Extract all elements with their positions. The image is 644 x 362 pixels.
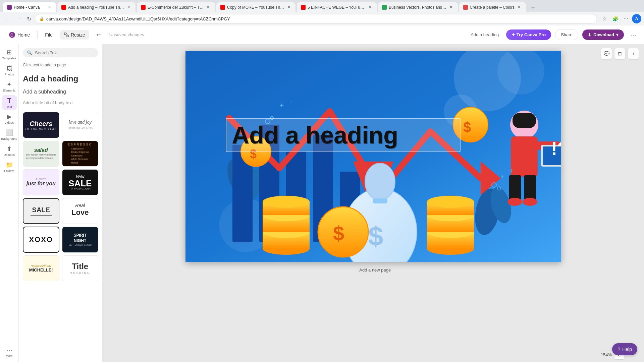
file-button[interactable]: File	[42, 30, 56, 40]
add-new-page-button[interactable]: + Add a new page	[352, 266, 395, 274]
undo-button[interactable]: ↩	[93, 29, 104, 40]
expand-button[interactable]: +	[628, 48, 639, 59]
sidebar-item-more[interactable]: ⋯ More	[2, 345, 17, 359]
canvas-heading-text: Add a heading	[232, 121, 454, 149]
template-love-joy-text: love and joyFROM THE MILLONS	[67, 120, 93, 130]
template-real-love[interactable]: Real Love ───────	[62, 198, 99, 224]
template-spirit-night[interactable]: SPIRIT NIGHT SEPTEMBER 2, 2018	[62, 227, 99, 253]
tab-close[interactable]: ✕	[126, 5, 131, 10]
svg-point-23	[365, 163, 395, 200]
new-tab-button[interactable]: +	[528, 3, 538, 12]
template-sale-divider	[31, 215, 52, 216]
tab-business-vectors[interactable]: Business Vectors, Photos and… ✕	[378, 2, 458, 12]
folders-icon: 📁	[6, 161, 13, 169]
text-panel: 🔍 Click text to add to page Add a headin…	[19, 44, 103, 362]
template-real-text: Real	[75, 203, 85, 208]
tab-copy-more[interactable]: Copy of MORE – YouTube Th… ✕	[216, 2, 296, 12]
copy-button[interactable]: ⊡	[614, 48, 625, 59]
sidebar-item-elements[interactable]: ✦ Elements	[2, 79, 17, 94]
resize-label: Resize	[71, 32, 85, 38]
tab-close[interactable]: ✕	[517, 5, 522, 10]
add-heading-nav-button[interactable]: Add a heading	[467, 30, 502, 39]
add-subheading-button[interactable]: Add a subheading	[23, 87, 98, 96]
extensions-icon[interactable]: 🧩	[610, 14, 620, 23]
bookmark-icon[interactable]: ☆	[600, 14, 609, 23]
svg-rect-3	[67, 35, 68, 37]
unsaved-changes-text: Unsaved changes	[109, 32, 144, 37]
template-michelle-text: MICHELLE!	[29, 267, 53, 273]
sidebar-item-videos[interactable]: ▶ Videos	[2, 111, 17, 126]
sidebar-item-photos[interactable]: 🖼 Photos	[2, 63, 17, 78]
templates-label: Templates	[2, 57, 16, 60]
sidebar-item-background[interactable]: ⬜ Background	[2, 127, 17, 142]
template-cheers[interactable]: Cheers TO THE NEW YEAR	[23, 112, 59, 138]
tab-coolors[interactable]: Create a palette – Colors ✕	[459, 2, 526, 12]
file-label: File	[45, 32, 53, 38]
svg-point-33	[318, 207, 368, 257]
nav-divider	[37, 31, 38, 39]
tab-favicon	[382, 5, 387, 10]
tab-close[interactable]: ✕	[367, 5, 373, 10]
text-templates-grid: Cheers TO THE NEW YEAR love and joyFROM …	[19, 109, 102, 284]
template-sale-badge[interactable]: SALE	[23, 198, 59, 224]
canvas-frame[interactable]: $ $	[185, 51, 561, 262]
svg-rect-17	[286, 152, 306, 242]
tab-home-canva[interactable]: Home - Canva ✕	[3, 2, 56, 12]
more-options-button[interactable]: ⋯	[628, 29, 639, 40]
search-input[interactable]	[35, 50, 94, 55]
template-salad-body: best food of many categorieslorem ipsum …	[26, 153, 56, 160]
svg-text:!?: !?	[551, 138, 561, 159]
click-to-add-text: Click text to add to page	[19, 61, 102, 70]
uploads-label: Uploads	[4, 153, 15, 157]
browser-menu-icon[interactable]: ⋯	[621, 14, 631, 23]
sidebar-item-templates[interactable]: ⊞ Templates	[2, 47, 17, 62]
back-button[interactable]: ←	[3, 14, 12, 23]
address-bar[interactable]: 🔒 canva.com/design/DAD_P4WS_4/OAs11Acwmd…	[35, 14, 597, 23]
add-body-button[interactable]: Add a little bit of body text	[23, 99, 98, 107]
forward-button[interactable]: →	[13, 14, 23, 23]
sidebar-item-text[interactable]: T Text	[2, 95, 17, 110]
tab-close[interactable]: ✕	[206, 5, 211, 10]
reload-button[interactable]: ↻	[24, 14, 34, 23]
template-xoxo-text: XOXO	[29, 235, 53, 244]
search-wrapper[interactable]: 🔍	[23, 48, 98, 57]
template-gift[interactable]: A GIFT just for you	[23, 169, 59, 195]
try-pro-button[interactable]: ✦ Try Canva Pro	[506, 29, 551, 40]
help-button[interactable]: ? Help	[612, 343, 637, 355]
template-salad[interactable]: salad best food of many categorieslorem …	[23, 141, 59, 167]
svg-rect-52	[534, 141, 561, 150]
share-button[interactable]: Share	[555, 29, 578, 40]
svg-point-63	[492, 183, 496, 187]
text-search-area: 🔍	[19, 44, 102, 61]
template-xoxo[interactable]: XOXO	[23, 227, 59, 253]
template-night-text: NIGHT	[74, 238, 86, 243]
svg-rect-2	[64, 33, 66, 35]
canvas-heading-box[interactable]: Add a heading	[226, 118, 461, 152]
tab-close[interactable]: ✕	[47, 5, 52, 10]
sidebar-item-uploads[interactable]: ⬆ Uploads	[2, 143, 17, 158]
download-button[interactable]: ⬇ Download ▾	[582, 29, 624, 40]
comment-button[interactable]: 💬	[601, 48, 612, 59]
add-heading-button[interactable]: Add a heading	[23, 73, 98, 85]
svg-rect-36	[427, 232, 474, 249]
profile-button[interactable]: A	[632, 14, 641, 23]
home-button[interactable]: C Home	[5, 29, 33, 40]
template-espresso[interactable]: ESPRESSO CappuccinoDouble EspressoAmeric…	[62, 141, 99, 167]
template-love-joy[interactable]: love and joyFROM THE MILLONS	[62, 112, 99, 138]
svg-rect-6	[185, 51, 561, 262]
tab-ecommerce[interactable]: E-Commerce der Zukunft – T… ✕	[137, 2, 215, 12]
elements-icon: ✦	[7, 81, 12, 88]
sidebar-item-folders[interactable]: 📁 Folders	[2, 160, 17, 174]
tab-close[interactable]: ✕	[448, 5, 454, 10]
template-wild-sale[interactable]: Wild SALE UP TO 50% OFF!	[62, 169, 99, 195]
tab-5-wege[interactable]: 5 EINFACHE WEGE – YouTub… ✕	[297, 2, 377, 12]
resize-button[interactable]: Resize	[60, 30, 89, 40]
svg-rect-53	[541, 145, 561, 167]
tab-youtube-1[interactable]: Add a heading – YouTube Th… ✕	[57, 2, 136, 12]
more-icon: ⋯	[6, 346, 12, 354]
tab-close[interactable]: ✕	[286, 5, 291, 10]
template-title-heading[interactable]: Title HEADING	[62, 255, 99, 282]
template-birthday[interactable]: Happy Birthday MICHELLE!	[23, 255, 59, 282]
zoom-level-text: 154%	[601, 352, 612, 357]
try-pro-label: ✦ Try Canva Pro	[512, 32, 546, 37]
